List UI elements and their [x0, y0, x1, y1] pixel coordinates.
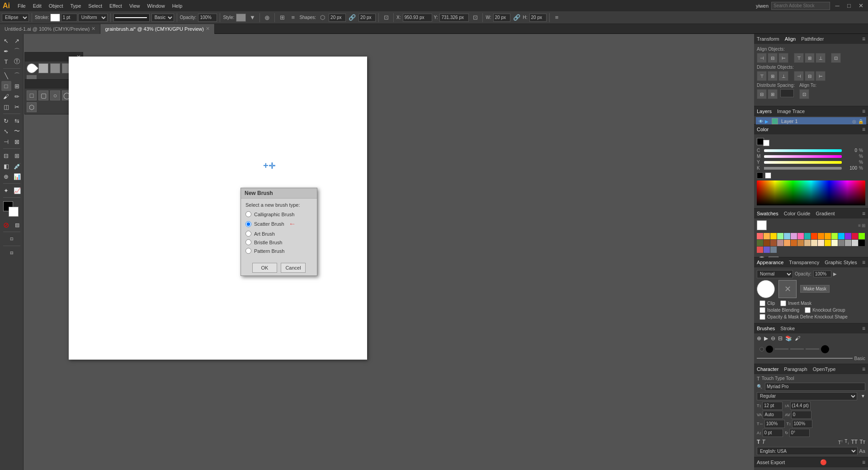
- tt-caps[interactable]: TT: [851, 439, 858, 445]
- swatch-light-gray[interactable]: [852, 240, 858, 246]
- baseline-input[interactable]: [763, 429, 783, 437]
- align-tab[interactable]: Align: [785, 36, 796, 42]
- artboard-tool[interactable]: ⊟: [7, 248, 17, 258]
- swatch-red2[interactable]: [811, 233, 817, 239]
- menu-object[interactable]: Object: [46, 2, 66, 9]
- tt-small-caps[interactable]: Tт: [859, 439, 865, 445]
- color-guide-tab[interactable]: Color Guide: [784, 211, 811, 216]
- canvas-area[interactable]: ─ ✕ ─ ✕ □ ▢: [24, 34, 754, 470]
- gradient-tab[interactable]: Gradient: [816, 211, 835, 216]
- tt-italic[interactable]: T: [762, 439, 765, 445]
- transform-tab[interactable]: Transform: [757, 36, 779, 42]
- font-style-expand[interactable]: ▼: [861, 394, 865, 399]
- swatch-burlywood[interactable]: [804, 240, 811, 246]
- rotate-input[interactable]: [789, 429, 810, 437]
- show-brushes-icon[interactable]: 🖌: [795, 335, 800, 342]
- swatch-red[interactable]: [757, 233, 763, 239]
- dist-space-value[interactable]: [780, 89, 794, 97]
- swatch-dark-gray[interactable]: [845, 240, 851, 246]
- align-left[interactable]: ⊣: [757, 53, 767, 63]
- swatch-rosy[interactable]: [777, 240, 783, 246]
- menu-view[interactable]: View: [126, 2, 143, 9]
- stroke-size[interactable]: [61, 14, 77, 22]
- align-icon[interactable]: ≡: [288, 13, 297, 22]
- menu-effect[interactable]: Effect: [106, 2, 125, 9]
- swatch-purple[interactable]: [791, 233, 797, 239]
- character-tab[interactable]: Character: [757, 366, 778, 372]
- shapes-icon[interactable]: ⬡: [318, 13, 327, 22]
- graphic-styles-tab[interactable]: Graphic Styles: [825, 260, 857, 265]
- brush-line2[interactable]: [790, 348, 804, 350]
- brush-line1[interactable]: [775, 348, 788, 350]
- font-size-input[interactable]: [762, 402, 783, 410]
- tab-1[interactable]: grainbrush.ai* @ 43% (CMYK/GPU Preview) …: [100, 24, 214, 34]
- h-scale-input[interactable]: [764, 420, 785, 428]
- stock-search[interactable]: [771, 2, 830, 10]
- swatch-choco[interactable]: [791, 240, 797, 246]
- brush-small[interactable]: [760, 347, 764, 351]
- change-screen-mode[interactable]: ⊡: [7, 234, 17, 244]
- free-transform-tool[interactable]: ⊠: [12, 137, 22, 147]
- menu-help[interactable]: Help: [169, 2, 186, 9]
- align-right[interactable]: ⊢: [778, 53, 788, 63]
- appearance-tab[interactable]: Appearance: [757, 260, 783, 265]
- swatch-blue[interactable]: [784, 233, 790, 239]
- layer-target-icon[interactable]: ◎: [852, 119, 856, 124]
- swatch-none[interactable]: [757, 220, 767, 230]
- brush-medium[interactable]: [766, 346, 773, 353]
- reflect-tool[interactable]: ⇆: [12, 116, 22, 126]
- selection-tool[interactable]: ↖: [1, 36, 11, 46]
- swatch-peru[interactable]: [797, 240, 804, 246]
- radio-pattern[interactable]: Pattern Brush: [245, 248, 312, 254]
- scale-tool[interactable]: ⤡: [1, 126, 11, 136]
- touch-type-tool[interactable]: Ⓣ: [12, 57, 22, 66]
- cancel-button[interactable]: Cancel: [281, 263, 306, 273]
- swatch-green2[interactable]: [831, 233, 838, 239]
- radio-art-input[interactable]: [245, 231, 251, 237]
- tab-0[interactable]: Untitled-1.ai @ 100% (CMYK/Preview) ✕: [0, 24, 100, 34]
- layer-name[interactable]: Layer 1: [781, 119, 798, 124]
- swatch-blue2[interactable]: [838, 233, 844, 239]
- radio-pattern-input[interactable]: [245, 248, 251, 254]
- make-mask-button[interactable]: Make Mask: [800, 285, 830, 293]
- align-center-h[interactable]: ⊟: [768, 53, 778, 63]
- font-search-icon[interactable]: 🔍: [757, 384, 762, 389]
- k-slider[interactable]: [764, 167, 842, 170]
- align-bottom[interactable]: ⊥: [816, 53, 826, 63]
- align-top[interactable]: ⊤: [794, 53, 804, 63]
- swatches-panel-menu[interactable]: ≡: [862, 210, 865, 217]
- color-stroke-swatch[interactable]: [763, 140, 769, 146]
- tt-normal[interactable]: T: [757, 439, 760, 445]
- style-input[interactable]: [236, 14, 246, 22]
- radio-scatter-input[interactable]: [245, 221, 251, 227]
- brush-large[interactable]: [821, 345, 829, 353]
- link2-icon[interactable]: 🔗: [512, 13, 521, 22]
- line-tool[interactable]: ╲: [1, 71, 11, 81]
- align-to[interactable]: ⊡: [831, 53, 841, 63]
- swatch-black[interactable]: [859, 240, 865, 246]
- more-options-icon[interactable]: ≡: [552, 13, 561, 22]
- menu-edit[interactable]: Edit: [30, 2, 45, 9]
- column-graph-tool[interactable]: 📈: [12, 185, 22, 195]
- tt-sup[interactable]: T↑: [838, 439, 843, 445]
- layer-visibility-icon[interactable]: 👁: [759, 119, 763, 124]
- pathfinder-tab[interactable]: Pathfinder: [801, 36, 824, 42]
- swatch-brown[interactable]: [764, 240, 770, 246]
- stroke-style[interactable]: Basic: [151, 14, 174, 22]
- stroke-type[interactable]: Uniform: [78, 14, 108, 22]
- swatches-grid-icon[interactable]: ⊞: [862, 223, 865, 228]
- dist-space-h[interactable]: ⊟: [757, 89, 767, 99]
- brush-item-2[interactable]: [38, 63, 48, 73]
- blend-tool[interactable]: ⊕: [1, 171, 11, 181]
- transform-icon[interactable]: ⊞: [278, 13, 287, 22]
- tab-0-close[interactable]: ✕: [91, 26, 95, 32]
- gradient-tool[interactable]: ◧: [1, 161, 11, 171]
- shape-builder-tool[interactable]: ⊞: [12, 81, 22, 91]
- brush-options-icon[interactable]: ▶: [764, 335, 768, 342]
- swatch-red3[interactable]: [757, 247, 763, 253]
- knockout-checkbox[interactable]: [805, 307, 811, 313]
- none-swatch[interactable]: ⊘: [1, 220, 11, 230]
- clip-checkbox[interactable]: [760, 300, 765, 306]
- dist-space-v[interactable]: ⊞: [768, 89, 778, 99]
- swatches-tab[interactable]: Swatches: [757, 211, 778, 216]
